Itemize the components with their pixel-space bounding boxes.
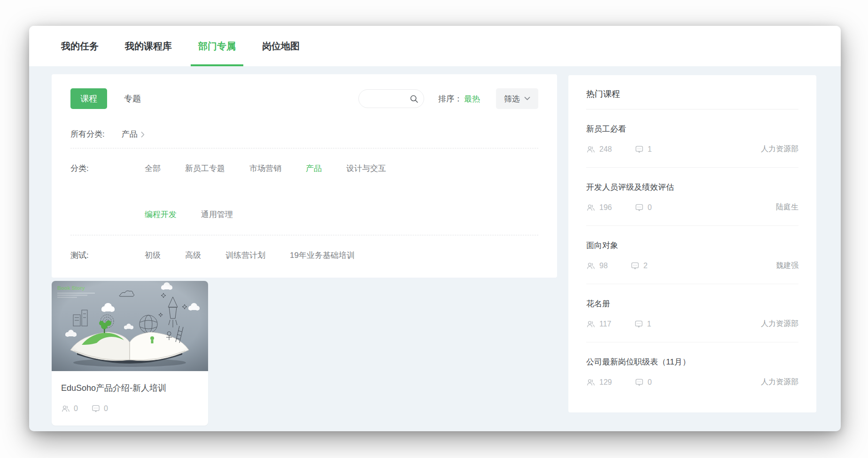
users-icon: [586, 203, 596, 212]
tab-my-tasks[interactable]: 我的任务: [61, 26, 99, 66]
test-filter-row: 测试: 初级 高级 训练营计划 19年业务基础培训: [70, 235, 538, 265]
course-card[interactable]: Book Story: [52, 281, 208, 426]
hot-course-title: 开发人员评级及绩效评估: [586, 182, 798, 193]
category-item-general-management[interactable]: 通用管理: [201, 209, 233, 221]
type-topic-button[interactable]: 专题: [124, 93, 141, 104]
hot-course-item[interactable]: 新员工必看 248 1 人力资源部: [586, 109, 798, 168]
breadcrumb-category[interactable]: 产品: [122, 129, 138, 140]
comments-stat: 0: [91, 404, 108, 413]
category-item-all[interactable]: 全部: [145, 163, 161, 175]
type-course-button[interactable]: 课程: [70, 88, 107, 109]
category-filter-row: 分类: 全部 新员工专题 市场营销 产品 设计与交互 编程开发 通用管理: [70, 148, 538, 235]
hot-course-title: 公司最新岗位职级表（11月）: [586, 357, 798, 367]
sort-hottest-link[interactable]: 最热: [464, 93, 480, 104]
hot-course-author: 人力资源部: [761, 319, 798, 329]
students-stat: 196: [586, 203, 612, 212]
hot-course-stats: 98 2 魏建强: [586, 261, 798, 271]
comment-icon: [91, 404, 101, 413]
students-stat: 129: [586, 378, 612, 387]
hot-course-author: 陆庭生: [776, 202, 798, 212]
book-illustration: Book Story: [52, 281, 208, 371]
comments-count: 2: [643, 262, 648, 270]
students-count: 129: [599, 378, 612, 387]
category-item-product[interactable]: 产品: [306, 163, 322, 175]
category-item-new-employee[interactable]: 新员工专题: [185, 163, 225, 175]
comment-icon: [630, 261, 640, 271]
course-title: EduSoho产品介绍-新人培训: [61, 382, 199, 394]
sort-label: 排序：: [438, 93, 462, 104]
category-item-design[interactable]: 设计与交互: [346, 163, 386, 175]
toolbar: 课程 专题 排序： 最热 筛选: [70, 88, 538, 109]
filter-button[interactable]: 筛选: [496, 88, 538, 109]
comments-count: 0: [104, 404, 108, 413]
test-item-advanced[interactable]: 高级: [185, 249, 201, 262]
comments-stat: 2: [630, 261, 648, 271]
search-icon[interactable]: [410, 94, 418, 103]
comments-stat: 0: [635, 203, 652, 212]
tab-department-exclusive[interactable]: 部门专属: [198, 26, 236, 66]
hot-course-author: 人力资源部: [761, 144, 798, 154]
comments-stat: 1: [635, 145, 652, 154]
comments-count: 1: [648, 145, 652, 154]
category-item-programming[interactable]: 编程开发: [145, 209, 177, 221]
students-stat: 248: [586, 145, 612, 154]
students-count: 0: [74, 404, 78, 413]
hot-course-stats: 248 1 人力资源部: [586, 144, 798, 154]
hot-course-item[interactable]: 花名册 117 1 人力资源部: [586, 284, 798, 342]
hot-course-stats: 196 0 陆庭生: [586, 202, 798, 212]
top-tabbar: 我的任务 我的课程库 部门专属 岗位地图: [29, 26, 841, 66]
comment-icon: [635, 378, 644, 387]
users-icon: [586, 378, 596, 387]
course-stats: 0 0: [61, 404, 199, 413]
comments-count: 0: [648, 203, 652, 212]
students-stat: 0: [61, 404, 78, 413]
filter-button-label: 筛选: [504, 93, 520, 104]
search-box: [358, 89, 424, 108]
tab-position-map[interactable]: 岗位地图: [262, 26, 300, 66]
students-stat: 98: [586, 261, 608, 271]
students-count: 196: [599, 203, 612, 212]
students-count: 248: [599, 145, 612, 154]
hot-course-title: 面向对象: [586, 240, 798, 251]
comment-icon: [634, 319, 643, 329]
hot-course-author: 魏建强: [776, 261, 798, 271]
app-window: 我的任务 我的课程库 部门专属 岗位地图 课程 专题 排序： 最热: [29, 26, 841, 431]
comments-count: 1: [647, 320, 651, 328]
breadcrumb: 所有分类: 产品: [70, 129, 538, 140]
course-card-body: EduSoho产品介绍-新人培训 0: [52, 371, 208, 426]
hot-course-stats: 129 0 人力资源部: [586, 377, 798, 387]
students-stat: 117: [586, 319, 612, 329]
chevron-right-icon: [141, 132, 145, 138]
students-count: 117: [599, 320, 612, 328]
test-item-beginner[interactable]: 初级: [145, 249, 161, 262]
comments-stat: 1: [634, 319, 651, 329]
tab-my-course-library[interactable]: 我的课程库: [125, 26, 172, 66]
hot-course-item[interactable]: 公司最新岗位职级表（11月） 129 0 人力资源部: [586, 342, 798, 400]
comment-icon: [635, 145, 644, 154]
filter-panel: 课程 专题 排序： 最热 筛选: [52, 74, 557, 278]
hot-course-item[interactable]: 面向对象 98 2 魏建强: [586, 226, 798, 284]
hot-course-stats: 117 1 人力资源部: [586, 319, 798, 329]
users-icon: [586, 261, 596, 271]
test-item-bootcamp[interactable]: 训练营计划: [225, 249, 265, 262]
test-item-business-basics[interactable]: 19年业务基础培训: [290, 249, 355, 262]
hot-course-item[interactable]: 开发人员评级及绩效评估 196 0 陆庭生: [586, 168, 798, 226]
users-icon: [586, 319, 596, 329]
breadcrumb-label: 所有分类:: [70, 129, 105, 140]
category-item-marketing[interactable]: 市场营销: [249, 163, 281, 175]
toolbar-right: 排序： 最热 筛选: [358, 88, 538, 109]
comments-count: 0: [648, 378, 652, 387]
students-count: 98: [599, 262, 608, 270]
test-filter-label: 测试:: [70, 249, 145, 262]
hot-courses-panel: 热门课程 新员工必看 248 1 人力资源部 开发人员评级及绩效: [568, 75, 816, 412]
hot-course-title: 新员工必看: [586, 124, 798, 134]
comment-icon: [635, 203, 644, 212]
test-items: 初级 高级 训练营计划 19年业务基础培训: [145, 249, 538, 262]
chevron-down-icon: [524, 97, 530, 101]
category-items: 全部 新员工专题 市场营销 产品 设计与交互 编程开发 通用管理: [145, 163, 538, 221]
comments-stat: 0: [635, 378, 652, 387]
hot-course-author: 人力资源部: [761, 377, 798, 387]
hot-courses-title: 热门课程: [586, 88, 798, 100]
users-icon: [586, 145, 596, 154]
hot-course-title: 花名册: [586, 298, 798, 309]
